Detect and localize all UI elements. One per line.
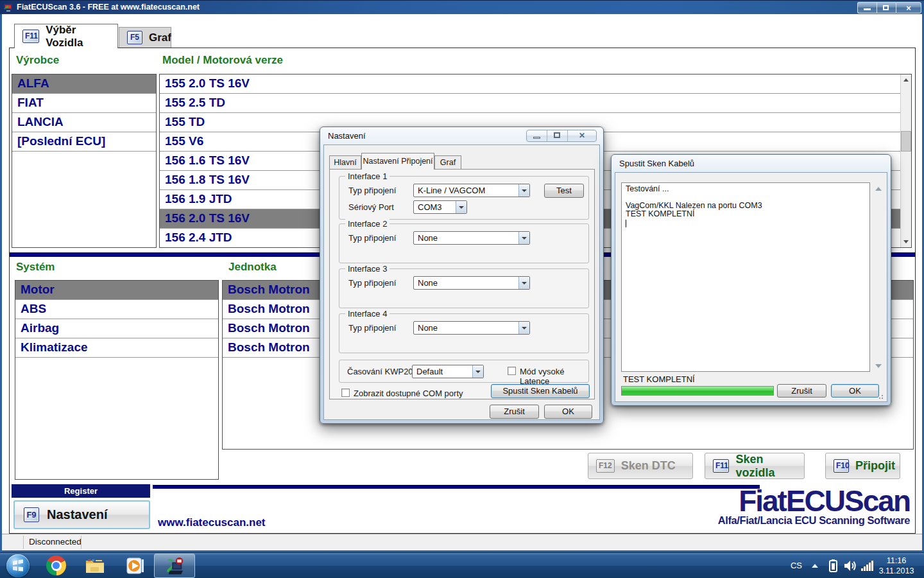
scan-cancel-button[interactable]: Zrušit xyxy=(777,384,826,398)
settings-dialog-body: Hlavní Nastavení Připojení Graf Interfac… xyxy=(323,144,600,420)
spustit-sken-kabelu-button[interactable]: Spustit Sken Kabelů xyxy=(491,384,590,398)
site-url[interactable]: www.fiatecuscan.net xyxy=(158,516,266,529)
nastaveni-button[interactable]: F9 Nastavení xyxy=(13,500,150,529)
settings-tab-panel: Interface 1 Typ připojení K-Line / VAGCO… xyxy=(329,169,595,399)
list-item[interactable]: ALFA xyxy=(12,74,156,94)
battery-icon[interactable] xyxy=(829,559,837,572)
kwp2000-timing-select[interactable]: Default xyxy=(412,365,484,378)
statusbar: Disconnected xyxy=(2,534,922,550)
header-model: Model / Motorová verze xyxy=(162,54,283,67)
taskbar: CS 11:16 3.11.2013 xyxy=(0,552,924,578)
interface2-type-select[interactable]: None xyxy=(413,231,530,245)
fiatecuscan-icon xyxy=(165,556,184,575)
chrome-icon[interactable] xyxy=(46,556,66,575)
close-icon[interactable]: × xyxy=(896,2,921,13)
settings-cancel-button[interactable]: Zrušit xyxy=(490,405,539,419)
caption-buttons: × xyxy=(857,2,921,13)
language-indicator[interactable]: CS xyxy=(791,561,802,570)
interface4-type-select[interactable]: None xyxy=(413,321,530,335)
cable-scan-dialog-title: Spustit Sken Kabelů xyxy=(619,159,694,168)
list-item[interactable]: 155 2.5 TD xyxy=(160,94,900,113)
text-caret xyxy=(626,220,626,227)
tab-hlavni[interactable]: Hlavní xyxy=(329,155,361,170)
log-line: TEST KOMPLETNÍ xyxy=(626,210,866,218)
pripojit-button[interactable]: F10 Připojit xyxy=(825,453,900,479)
clock[interactable]: 11:16 3.11.2013 xyxy=(874,556,919,576)
titlebar[interactable]: FiatECUScan 3.6 - FREE at www.fiatecusca… xyxy=(0,0,924,14)
header-system: Systém xyxy=(16,261,55,274)
tab-vyber-vozidla[interactable]: F11 Výběr Vozidla xyxy=(14,24,118,48)
interface1-port-select[interactable]: COM3 xyxy=(413,200,467,214)
test-button[interactable]: Test xyxy=(544,184,584,198)
scan-log-textarea[interactable]: Testování ...VagCom/KKL Nalezen na portu… xyxy=(621,182,870,372)
network-icon[interactable] xyxy=(861,561,874,571)
f5-keycap: F5 xyxy=(127,31,142,44)
list-item[interactable]: Motor xyxy=(15,281,218,300)
settings-dialog: Nastavení ✕ Hlavní Nastavení Připojení G… xyxy=(320,127,604,424)
tab-graf[interactable]: Graf xyxy=(434,155,461,170)
restore-icon[interactable] xyxy=(877,2,896,13)
model-scrollbar[interactable] xyxy=(900,74,911,247)
app-icon xyxy=(3,3,13,13)
header-jednotka: Jednotka xyxy=(228,261,277,274)
scroll-down-icon[interactable] xyxy=(901,236,911,247)
header-vyrobce: Výrobce xyxy=(16,54,59,67)
scroll-thumb[interactable] xyxy=(901,131,911,152)
settings-ok-button[interactable]: OK xyxy=(544,405,592,419)
chevron-down-icon xyxy=(518,322,529,334)
sken-vozidla-button[interactable]: F11 Sken vozidla xyxy=(705,453,805,479)
interface1-type-select[interactable]: K-Line / VAGCOM xyxy=(413,184,530,197)
list-item[interactable]: Airbag xyxy=(15,319,218,338)
start-button[interactable] xyxy=(6,554,30,577)
timing-group: Časování KWP2000 Default Mód vysoké Late… xyxy=(339,360,589,383)
tray-expand-icon[interactable] xyxy=(812,564,818,568)
chevron-down-icon xyxy=(518,184,529,197)
list-item[interactable]: FIAT xyxy=(12,94,156,113)
settings-caption-buttons: ✕ xyxy=(526,130,597,142)
interface1-group: Interface 1 Typ připojení K-Line / VAGCO… xyxy=(339,176,589,220)
list-item[interactable]: [Poslední ECU] xyxy=(12,132,156,152)
list-item[interactable]: 155 2.0 TS 16V xyxy=(160,74,900,94)
tab-nastaveni-pripojeni[interactable]: Nastavení Připojení xyxy=(361,153,434,170)
chevron-down-icon xyxy=(456,201,466,213)
resize-grip[interactable] xyxy=(878,393,885,399)
minimize-icon[interactable] xyxy=(857,2,877,13)
sken-dtc-button[interactable]: F12 Sken DTC xyxy=(588,453,693,479)
explorer-icon[interactable] xyxy=(85,556,105,576)
screen: FiatECUScan 3.6 - FREE at www.fiatecusca… xyxy=(0,0,924,578)
list-item[interactable]: LANCIA xyxy=(12,113,156,132)
volume-icon[interactable] xyxy=(844,560,857,572)
fiatecuscan-taskbar-button[interactable] xyxy=(154,554,195,578)
show-com-ports-checkbox[interactable] xyxy=(341,389,350,397)
list-item[interactable]: ABS xyxy=(15,300,218,319)
settings-dialog-title: Nastavení xyxy=(328,131,366,141)
register-button[interactable]: Register xyxy=(12,484,150,498)
cable-scan-dialog: Spustit Sken Kabelů Testování ...VagCom/… xyxy=(611,154,891,406)
footer-separator xyxy=(153,485,760,489)
interface3-type-select[interactable]: None xyxy=(413,276,530,290)
f10-keycap: F10 xyxy=(834,459,849,473)
scroll-up-icon[interactable] xyxy=(875,187,882,191)
tab-graf[interactable]: F5 Graf xyxy=(119,27,171,48)
close-icon[interactable]: ✕ xyxy=(568,130,596,141)
list-item[interactable]: Klimatizace xyxy=(15,338,218,358)
f9-keycap: F9 xyxy=(24,507,39,522)
scan-status-label: TEST KOMPLETNÍ xyxy=(623,374,695,384)
media-player-icon[interactable] xyxy=(125,556,146,576)
connection-status: Disconnected xyxy=(29,537,81,547)
chevron-down-icon xyxy=(472,365,483,378)
chevron-down-icon xyxy=(518,277,529,289)
f11-keycap: F11 xyxy=(22,30,39,43)
high-latency-checkbox[interactable] xyxy=(508,367,516,375)
scroll-down-icon[interactable] xyxy=(875,364,882,368)
vyrobce-list: ALFAFIATLANCIA[Poslední ECU] xyxy=(12,74,157,248)
chevron-down-icon xyxy=(518,232,529,244)
interface3-group: Interface 3 Typ připojení None xyxy=(339,268,589,308)
scan-ok-button[interactable]: OK xyxy=(831,384,879,398)
maximize-icon[interactable] xyxy=(547,130,568,141)
tray-time: 11:16 xyxy=(874,556,919,566)
log-line: Testování ... xyxy=(626,185,866,193)
brand-logo: FiatECUScan Alfa/Fiat/Lancia ECU Scannin… xyxy=(717,487,910,527)
minimize-icon[interactable] xyxy=(527,130,547,141)
scroll-up-icon[interactable] xyxy=(901,74,911,85)
